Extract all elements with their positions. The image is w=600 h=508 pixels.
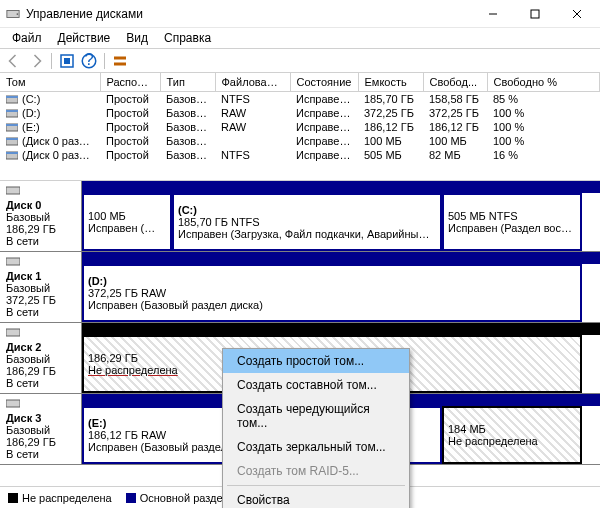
menu-action[interactable]: Действие bbox=[50, 29, 119, 47]
disk-size: 372,25 ГБ bbox=[6, 294, 77, 306]
window-title: Управление дисками bbox=[26, 7, 472, 21]
partition[interactable]: 100 МБИсправен (Шифрован bbox=[82, 193, 172, 251]
disk-status: В сети bbox=[6, 448, 77, 460]
disk-status: В сети bbox=[6, 377, 77, 389]
back-button[interactable] bbox=[4, 51, 24, 71]
partition[interactable]: (D:)372,25 ГБ RAWИсправен (Базовый разде… bbox=[82, 264, 582, 322]
partition[interactable]: (C:)185,70 ГБ NTFSИсправен (Загрузка, Фа… bbox=[172, 193, 442, 251]
table-row[interactable]: (Диск 0 раздел 4)ПростойБазовыйNTFSИспра… bbox=[0, 148, 600, 162]
help-button[interactable]: ? bbox=[79, 51, 99, 71]
legend-unallocated: Не распределена bbox=[8, 492, 112, 504]
column-header[interactable]: Свобод... bbox=[423, 73, 487, 92]
menu-help[interactable]: Справка bbox=[156, 29, 219, 47]
disk-stripe bbox=[82, 323, 600, 335]
context-menu-item[interactable]: Создать составной том... bbox=[223, 373, 409, 397]
context-menu: Создать простой том...Создать составной … bbox=[222, 348, 410, 508]
disk-name: Диск 1 bbox=[6, 270, 77, 282]
divider bbox=[51, 53, 52, 69]
column-header[interactable]: Состояние bbox=[290, 73, 358, 92]
disk-row: Диск 0Базовый186,29 ГБВ сети100 МБИсправ… bbox=[0, 181, 600, 252]
disk-icon bbox=[6, 398, 77, 410]
context-menu-item: Создать том RAID-5... bbox=[223, 459, 409, 483]
svg-rect-13 bbox=[6, 96, 18, 98]
svg-rect-19 bbox=[6, 138, 18, 140]
disk-status: В сети bbox=[6, 306, 77, 318]
volume-table: ТомРасполо...ТипФайловая с...СостояниеЕм… bbox=[0, 73, 600, 181]
disk-size: 186,29 ГБ bbox=[6, 223, 77, 235]
disk-icon bbox=[6, 327, 77, 339]
context-menu-item[interactable]: Создать чередующийся том... bbox=[223, 397, 409, 435]
column-header[interactable]: Тип bbox=[160, 73, 215, 92]
column-header[interactable]: Располо... bbox=[100, 73, 160, 92]
disk-status: В сети bbox=[6, 235, 77, 247]
settings-button[interactable] bbox=[110, 51, 130, 71]
legend-primary: Основной раздел bbox=[126, 492, 229, 504]
svg-rect-22 bbox=[6, 187, 20, 194]
app-icon bbox=[6, 7, 20, 21]
column-header[interactable]: Файловая с... bbox=[215, 73, 290, 92]
svg-rect-25 bbox=[6, 400, 20, 407]
context-menu-item[interactable]: Свойства bbox=[223, 488, 409, 508]
toolbar: ? bbox=[0, 49, 600, 73]
context-menu-item[interactable]: Создать простой том... bbox=[223, 349, 409, 373]
table-row[interactable]: (C:)ПростойБазовыйNTFSИсправен...185,70 … bbox=[0, 92, 600, 107]
forward-button[interactable] bbox=[26, 51, 46, 71]
disk-type: Базовый bbox=[6, 282, 77, 294]
disk-row: Диск 1Базовый372,25 ГБВ сети(D:)372,25 Г… bbox=[0, 252, 600, 323]
disk-name: Диск 3 bbox=[6, 412, 77, 424]
partition[interactable]: 505 МБ NTFSИсправен (Раздел восстановле bbox=[442, 193, 582, 251]
svg-rect-3 bbox=[531, 10, 539, 18]
menu-view[interactable]: Вид bbox=[118, 29, 156, 47]
disk-size: 186,29 ГБ bbox=[6, 365, 77, 377]
svg-rect-21 bbox=[6, 152, 18, 154]
disk-type: Базовый bbox=[6, 424, 77, 436]
title-bar: Управление дисками bbox=[0, 0, 600, 28]
table-row[interactable]: (E:)ПростойБазовыйRAWИсправен...186,12 Г… bbox=[0, 120, 600, 134]
disk-name: Диск 2 bbox=[6, 341, 77, 353]
menu-bar: Файл Действие Вид Справка bbox=[0, 28, 600, 48]
refresh-button[interactable] bbox=[57, 51, 77, 71]
table-row[interactable]: (D:)ПростойБазовыйRAWИсправен...372,25 Г… bbox=[0, 106, 600, 120]
svg-point-1 bbox=[17, 13, 19, 15]
column-header[interactable]: Свободно % bbox=[487, 73, 600, 92]
svg-rect-11 bbox=[114, 62, 126, 65]
partition[interactable]: 184 МБНе распределена bbox=[442, 406, 582, 464]
minimize-button[interactable] bbox=[472, 0, 514, 28]
menu-file[interactable]: Файл bbox=[4, 29, 50, 47]
disk-type: Базовый bbox=[6, 211, 77, 223]
svg-text:?: ? bbox=[84, 52, 93, 68]
column-header[interactable]: Том bbox=[0, 73, 100, 92]
close-button[interactable] bbox=[556, 0, 598, 28]
maximize-button[interactable] bbox=[514, 0, 556, 28]
disk-stripe bbox=[82, 252, 600, 264]
disk-icon bbox=[6, 256, 77, 268]
svg-rect-7 bbox=[64, 58, 70, 64]
disk-stripe bbox=[82, 181, 600, 193]
table-row[interactable]: (Диск 0 раздел 1)ПростойБазовыйИсправен.… bbox=[0, 134, 600, 148]
disk-size: 186,29 ГБ bbox=[6, 436, 77, 448]
disk-icon bbox=[6, 185, 77, 197]
disk-name: Диск 0 bbox=[6, 199, 77, 211]
svg-rect-23 bbox=[6, 258, 20, 265]
svg-rect-10 bbox=[114, 56, 126, 59]
svg-rect-24 bbox=[6, 329, 20, 336]
column-header[interactable]: Емкость bbox=[358, 73, 423, 92]
disk-type: Базовый bbox=[6, 353, 77, 365]
svg-rect-15 bbox=[6, 110, 18, 112]
svg-rect-17 bbox=[6, 124, 18, 126]
divider bbox=[104, 53, 105, 69]
context-menu-item[interactable]: Создать зеркальный том... bbox=[223, 435, 409, 459]
